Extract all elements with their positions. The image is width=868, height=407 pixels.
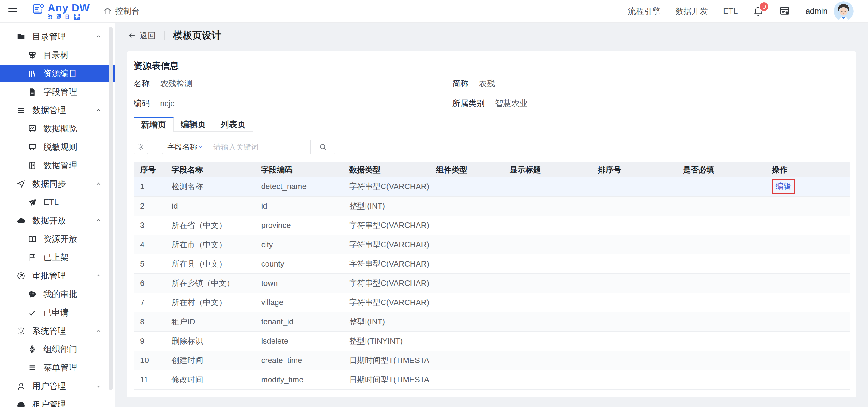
nav-link[interactable]: 数据开发: [675, 6, 708, 17]
sidebar-item-label: 资源编目: [43, 68, 77, 79]
cell-order: [591, 196, 676, 216]
sidebar-item[interactable]: 数据开放: [0, 212, 115, 229]
tab-inactive[interactable]: 编辑页: [173, 117, 213, 132]
brand-subtitle: 资源目录: [48, 14, 90, 20]
cell-required: [676, 216, 765, 235]
chevron-up-icon: [95, 217, 102, 224]
cell-required: [676, 254, 765, 274]
cell-title: [503, 254, 591, 274]
avatar[interactable]: [834, 1, 854, 21]
table-row: 8租户IDtenant_id整型I(INT): [133, 312, 849, 331]
tab-active[interactable]: 新增页: [133, 117, 174, 132]
info-field: 所属类别智慧农业: [452, 98, 849, 109]
cell-required: [676, 196, 765, 216]
sidebar-item[interactable]: 系统管理: [0, 322, 115, 340]
user-icon: [17, 382, 26, 391]
cell-required: [676, 177, 765, 196]
cell-component: [429, 216, 503, 235]
cell-order: [591, 312, 676, 331]
sidebar-item[interactable]: 已申请: [0, 304, 115, 321]
sidebar-item[interactable]: 我的审批: [0, 286, 115, 303]
cell-order: [591, 370, 676, 389]
cell-component: [429, 254, 503, 274]
sidebar-item[interactable]: ETL: [0, 194, 115, 211]
nav-link[interactable]: 流程引擎: [628, 6, 660, 17]
tab-inactive[interactable]: 列表页: [213, 117, 253, 132]
cell-type: 字符串型C(VARCHAR): [343, 274, 429, 293]
toolbar-divider: [155, 142, 155, 152]
edit-link[interactable]: 编辑: [776, 182, 792, 191]
cell-required: [676, 331, 765, 351]
workbench-button[interactable]: [779, 5, 790, 17]
cell-seq: 7: [133, 293, 165, 312]
sidebar-item[interactable]: 脱敏规则: [0, 139, 115, 156]
info-field: 编码ncjc: [133, 98, 452, 109]
cell-title: [503, 312, 591, 331]
sidebar-item-label: 数据同步: [32, 178, 66, 190]
sidebar-item[interactable]: 目录管理: [0, 28, 115, 45]
sidebar-item-label: 字段管理: [43, 86, 77, 98]
cell-code: isdelete: [255, 331, 343, 351]
app-logo[interactable]: Any DW 资源目录: [32, 2, 90, 20]
table-row: 4所在市（中文）city字符串型C(VARCHAR): [133, 235, 849, 254]
cell-seq: 6: [133, 274, 165, 293]
search-button[interactable]: [310, 139, 335, 154]
cell-order: [591, 331, 676, 351]
cell-type: 日期时间型T(TIMESTAMP): [343, 370, 429, 389]
sidebar-item[interactable]: 数据管理: [0, 157, 115, 174]
page-title: 模板页设计: [173, 29, 221, 42]
sidebar-item[interactable]: 数据同步: [0, 176, 115, 192]
column-header: 是否必填: [676, 162, 765, 177]
username-label[interactable]: admin: [805, 7, 828, 16]
cell-code: tenant_id: [255, 312, 343, 331]
cell-component: [429, 196, 503, 216]
sidebar-item[interactable]: 审批管理: [0, 268, 115, 284]
sidebar-item[interactable]: 数据管理: [0, 102, 115, 119]
back-button[interactable]: 返回: [127, 30, 156, 41]
sidebar-item[interactable]: 菜单管理: [0, 359, 115, 376]
main-content: 返回 模板页设计 资源表信息 名称农残检测简称农残编码ncjc所属类别智慧农业 …: [115, 23, 868, 407]
console-link[interactable]: 控制台: [103, 6, 140, 17]
section-title: 资源表信息: [133, 60, 849, 72]
cell-action: [765, 274, 849, 293]
sidebar-item-label: 菜单管理: [43, 362, 77, 374]
sidebar-item[interactable]: 目录树: [0, 47, 115, 64]
tree-icon: [28, 51, 37, 60]
sidebar-item-selected[interactable]: 资源编目: [0, 65, 115, 82]
table-header-row: 序号字段名称字段编码数据类型组件类型显示标题排序号是否必填操作: [133, 162, 849, 177]
sidebar-item[interactable]: 租户管理: [0, 396, 115, 407]
keyword-input[interactable]: [213, 143, 305, 151]
cell-seq: 2: [133, 196, 165, 216]
column-header: 排序号: [591, 162, 676, 177]
column-header: 组件类型: [429, 162, 503, 177]
arrow-left-icon: [127, 31, 136, 40]
cell-action: [765, 293, 849, 312]
cell-component: [429, 235, 503, 254]
sidebar-item[interactable]: 资源开放: [0, 231, 115, 248]
cell-component: [429, 274, 503, 293]
filter-field-select[interactable]: 字段名称: [162, 139, 208, 154]
cell-code: village: [255, 293, 343, 312]
cell-code: county: [255, 254, 343, 274]
notifications-button[interactable]: 0: [753, 6, 764, 17]
cell-component: [429, 351, 503, 370]
sidebar-item-label: 已上架: [43, 252, 69, 263]
sidebar-item[interactable]: 字段管理: [0, 84, 115, 100]
nav-link[interactable]: ETL: [723, 7, 738, 16]
cell-name: 检测名称: [165, 177, 255, 196]
cell-required: [676, 312, 765, 331]
table-row: 6所在乡镇（中文）town字符串型C(VARCHAR): [133, 274, 849, 293]
info-label: 所属类别: [452, 99, 485, 108]
sidebar-item-label: 目录管理: [32, 31, 66, 42]
sidebar-toggle-icon[interactable]: [8, 8, 18, 14]
column-settings-button[interactable]: [133, 139, 148, 154]
sidebar-item[interactable]: 用户管理: [0, 378, 115, 395]
sidebar-item[interactable]: 数据概览: [0, 120, 115, 137]
sidebar-item[interactable]: 组织部门: [0, 341, 115, 358]
sidebar-item-label: 系统管理: [32, 325, 66, 337]
topbar-right: 流程引擎 数据开发 ETL 0 admin: [628, 1, 854, 21]
sidebar-scrollbar[interactable]: [109, 27, 113, 390]
sidebar-item-label: 脱敏规则: [43, 142, 77, 153]
sidebar-item[interactable]: 已上架: [0, 249, 115, 266]
sidebar-item-label: 资源开放: [43, 233, 77, 245]
